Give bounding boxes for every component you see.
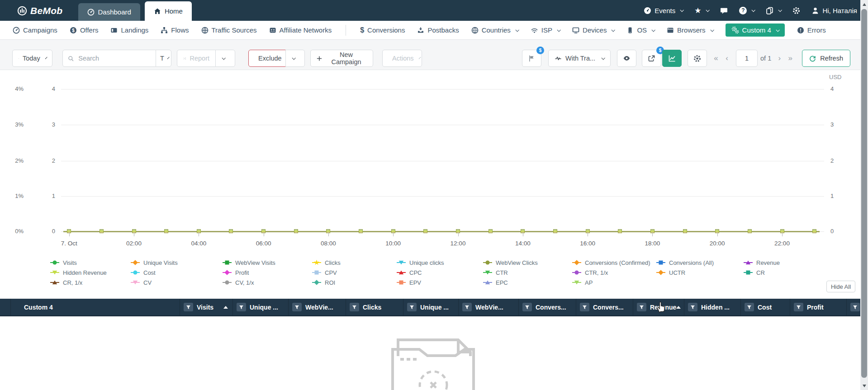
column-revenue[interactable]: Revenue — [633, 299, 684, 315]
column-hidden-revenue[interactable]: Hidden ... — [684, 299, 741, 315]
scroll-down-button[interactable] — [860, 382, 868, 390]
legend-item[interactable]: WebView Visits — [223, 258, 312, 268]
legend-item[interactable]: Hidden Revenue — [50, 268, 131, 277]
refresh-button[interactable]: Refresh — [802, 50, 850, 67]
nav-isp[interactable]: ISP — [531, 26, 560, 34]
legend-item[interactable]: Unique Visits — [131, 258, 223, 268]
date-range-button[interactable]: Today — [12, 50, 52, 67]
column-unique-visits[interactable]: Unique ... — [233, 299, 289, 315]
legend-item[interactable]: WebView Clicks — [483, 258, 572, 268]
bemob-logo[interactable]: BeMob — [17, 5, 63, 16]
column-webview-visits[interactable]: WebVie... — [289, 299, 346, 315]
filter-icon[interactable] — [688, 303, 697, 311]
legend-item[interactable]: CR — [744, 268, 780, 277]
scroll-up-button[interactable] — [860, 0, 868, 8]
column-partial[interactable] — [847, 299, 860, 315]
legend-item[interactable]: Cost — [131, 268, 223, 277]
nav-campaigns[interactable]: Campaigns — [13, 26, 57, 34]
vertical-scrollbar[interactable] — [860, 0, 868, 390]
column-profit[interactable]: Profit — [790, 299, 847, 315]
legend-item[interactable]: Conversions (All) — [656, 258, 744, 268]
nav-landings[interactable]: Landings — [110, 26, 148, 34]
legend-item[interactable]: UCTR — [656, 268, 744, 277]
legend-item[interactable]: Conversions (Confirmed) — [572, 258, 656, 268]
legend-item[interactable]: CPV — [312, 268, 397, 277]
filter-icon[interactable] — [462, 303, 472, 311]
favorites-menu[interactable] — [694, 6, 709, 15]
column-unique-clicks[interactable]: Unique ... — [403, 299, 459, 315]
page-input[interactable] — [736, 50, 758, 67]
hide-all-button[interactable]: Hide All — [826, 281, 855, 292]
nav-affiliate-networks[interactable]: Affiliate Networks — [269, 26, 332, 34]
nav-postbacks[interactable]: Postbacks — [417, 26, 459, 34]
legend-item[interactable]: Clicks — [312, 258, 397, 268]
help-menu[interactable] — [739, 7, 754, 14]
filter-icon[interactable] — [407, 303, 417, 311]
filter-icon[interactable] — [794, 303, 803, 311]
filter-icon[interactable] — [237, 303, 246, 311]
docs-menu[interactable] — [766, 7, 781, 14]
prev-page-button[interactable] — [721, 54, 732, 63]
first-page-button[interactable] — [711, 54, 721, 63]
table-group-column[interactable]: Custom 4 — [11, 299, 180, 315]
filter-icon[interactable] — [184, 303, 193, 311]
last-page-button[interactable] — [785, 54, 796, 63]
filter-icon[interactable] — [522, 303, 532, 311]
next-page-button[interactable] — [774, 54, 785, 63]
visibility-button[interactable] — [617, 50, 636, 67]
exclude-dropdown-toggle[interactable] — [285, 50, 305, 67]
nav-devices[interactable]: Devices — [572, 26, 614, 34]
search-type-dropdown[interactable]: T — [156, 50, 171, 67]
settings-button[interactable] — [792, 7, 800, 14]
nav-browsers[interactable]: Browsers — [667, 26, 713, 34]
table-settings-button[interactable] — [688, 50, 707, 67]
filter-icon[interactable] — [637, 303, 646, 311]
legend-item[interactable]: Unique clicks — [397, 258, 483, 268]
filter-icon[interactable] — [745, 303, 754, 311]
filter-icon[interactable] — [292, 303, 302, 311]
column-cost[interactable]: Cost — [741, 299, 790, 315]
report-button[interactable]: Report — [177, 50, 216, 67]
export-button[interactable]: $ — [642, 50, 661, 67]
column-webview-clicks[interactable]: WebVie... — [459, 299, 519, 315]
scrollbar-thumb[interactable] — [861, 9, 867, 378]
nav-os[interactable]: OS — [626, 26, 655, 34]
legend-item[interactable]: CV, 1/x — [223, 277, 312, 287]
tab-home[interactable]: Home — [145, 1, 192, 21]
flag-filter-button[interactable]: $ — [522, 50, 541, 67]
nav-errors[interactable]: Errors — [797, 26, 826, 34]
legend-item[interactable]: CTR, 1/x — [572, 268, 656, 277]
column-visits[interactable]: Visits — [180, 299, 233, 315]
tab-dashboard[interactable]: Dashboard — [78, 3, 140, 21]
legend-item[interactable]: Visits — [50, 258, 131, 268]
legend-item[interactable]: CTR — [483, 268, 572, 277]
legend-item[interactable]: Revenue — [744, 258, 780, 268]
filter-icon[interactable] — [850, 303, 860, 311]
legend-item[interactable]: CPC — [397, 268, 483, 277]
legend-item[interactable]: EPC — [483, 277, 572, 287]
new-campaign-button[interactable]: New Campaign — [310, 50, 373, 67]
legend-item[interactable]: CV — [131, 277, 223, 287]
exclude-button[interactable]: Exclude — [248, 50, 286, 67]
nav-flows[interactable]: Flows — [161, 26, 189, 34]
column-clicks[interactable]: Clicks — [346, 299, 403, 315]
search-input[interactable] — [77, 54, 151, 62]
legend-item[interactable]: CR, 1/x — [50, 277, 131, 287]
events-menu[interactable]: Events — [644, 7, 683, 14]
column-conversions-all[interactable]: Convers... — [576, 299, 633, 315]
report-dropdown-toggle[interactable] — [215, 50, 235, 67]
nav-offers[interactable]: $ Offers — [70, 26, 99, 34]
legend-item[interactable]: Profit — [223, 268, 312, 277]
filter-icon[interactable] — [580, 303, 589, 311]
nav-custom4-button[interactable]: Custom 4 — [726, 23, 785, 37]
traffic-filter-dropdown[interactable]: With Tra... — [548, 50, 611, 67]
actions-button[interactable]: Actions — [382, 50, 422, 67]
legend-item[interactable]: EPV — [397, 277, 483, 287]
legend-item[interactable]: AP — [572, 277, 656, 287]
chat-button[interactable] — [720, 7, 728, 14]
user-menu[interactable]: Hi, Наталія — [811, 7, 857, 14]
legend-item[interactable]: ROI — [312, 277, 397, 287]
nav-countries[interactable]: Countries — [471, 26, 518, 34]
column-conversions-confirmed[interactable]: Convers... — [519, 299, 576, 315]
filter-icon[interactable] — [350, 303, 359, 311]
